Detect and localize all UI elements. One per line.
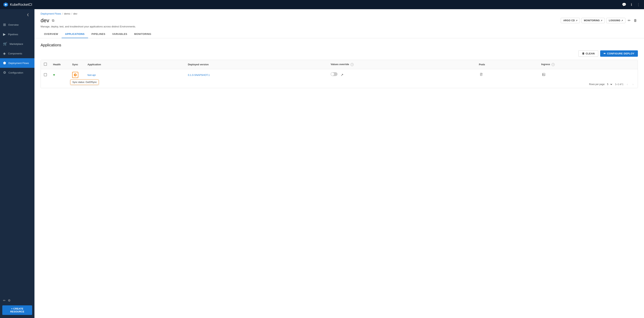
breadcrumb-dev: dev [73,12,77,15]
th-values-override: Values override i [328,60,476,69]
tabs: OVERVIEW APPLICATIONS PIPELINES VARIABLE… [40,30,638,38]
values-override-link-btn[interactable]: ↗ [340,72,344,78]
breadcrumb-sep-2: / [72,12,72,15]
page-title-actions: ARGO CD ↗ MONITORING ↗ LOGGING ↗ ✏ [561,18,638,23]
sidebar-item-label-deployment-flows: Deployment Flows [8,62,29,65]
argo-cd-btn[interactable]: ARGO CD ↗ [561,18,580,23]
breadcrumb: Deployment Flows / demo / dev [40,12,638,15]
th-deployed-version: Deployed version [185,60,328,69]
page-description: Manage, deploy, test, and troubleshoot y… [40,25,638,28]
th-checkbox [41,60,50,69]
sidebar-item-pipelines[interactable]: ▶ Pipelines [0,30,34,39]
sidebar-item-deployment-flows[interactable]: ⬟ Deployment Flows [0,58,34,68]
sidebar-settings-btn[interactable]: ⚙ [8,299,10,302]
main-content: Deployment Flows / demo / dev dev ⧉ ARGO… [34,9,644,318]
more-icon: ⋮ [637,3,640,7]
settings-icon: ⚙ [8,299,10,302]
more-icon-btn[interactable]: ⋮ [636,2,641,8]
edit-page-icon: ✏ [628,19,630,23]
tab-variables[interactable]: VARIABLES [109,30,131,38]
monitoring-btn[interactable]: MONITORING ↗ [582,18,605,23]
pods-doc-btn[interactable] [479,72,484,78]
select-all-checkbox[interactable] [44,63,47,66]
tab-overview[interactable]: OVERVIEW [40,30,62,38]
clean-btn[interactable]: 🗑 CLEAN [578,50,598,57]
monitoring-ext-icon: ↗ [600,19,602,22]
sidebar-item-label-pipelines: Pipelines [8,33,18,36]
td-health: ♥ [50,69,69,81]
app-title: KubeRocketCI [10,3,32,7]
applications-section-title: Applications [40,43,638,47]
applications-table-container: Health Sync Application Deployed version [40,60,638,88]
health-heart-icon: ♥ [53,73,55,77]
chat-icon-btn[interactable]: 💬 [621,2,627,8]
tab-monitoring[interactable]: MONITORING [131,30,155,38]
sidebar-item-label-overview: Overview [8,23,18,26]
pagination-row: Rows per page: 5 10 25 1–1 of 1 ‹ › [41,81,638,88]
pipelines-icon: ▶ [3,32,6,36]
image-icon [542,73,546,76]
td-values-override: ↗ [328,69,476,81]
sidebar-edit-btn[interactable]: ✏ [3,299,6,302]
overview-icon: ⊞ [3,23,6,27]
sidebar-collapse-btn[interactable]: ❮ [24,11,32,19]
delete-page-icon: 🗑 [634,19,637,23]
ingress-img-btn[interactable] [541,72,546,78]
marketplace-icon: 🛒 [3,42,7,46]
edit-icon: ✏ [3,299,6,302]
svg-point-2 [5,4,6,5]
configure-deploy-label: CONFIGURE DEPLOY [607,52,634,55]
page-header: Deployment Flows / demo / dev dev ⧉ ARGO… [34,9,644,38]
prev-page-btn[interactable]: ‹ [626,82,629,86]
sidebar-item-label-marketplace: Marketplace [10,43,23,45]
td-sync: Sync status: OutOfSync [69,69,84,81]
sidebar-item-label-configuration: Configuration [8,71,23,74]
delete-page-btn[interactable]: 🗑 [633,18,638,23]
tab-pipelines[interactable]: PIPELINES [88,30,109,38]
breadcrumb-sep-1: / [62,12,63,15]
page-info: 1–1 of 1 [615,83,623,86]
sync-tooltip: Sync status: OutOfSync [70,80,99,85]
th-sync: Sync [69,60,84,69]
layout: ❮ ⊞ Overview ▶ Pipelines 🛒 Marketplace ◈… [0,9,644,318]
sidebar-item-configuration[interactable]: ⚙ Configuration [0,68,34,77]
configure-deploy-btn[interactable]: ✏ CONFIGURE DEPLOY [600,50,638,57]
breadcrumb-deployment-flows[interactable]: Deployment Flows [40,12,61,15]
sidebar-bottom: ✏ ⚙ [0,295,34,305]
deployed-version-link[interactable]: 0.1.0-SNAPSHOT.1 [188,74,210,76]
deployment-flows-icon: ⬟ [3,61,6,65]
th-pods: Pods [476,60,538,69]
sidebar-item-overview[interactable]: ⊞ Overview [0,20,34,30]
clean-label: CLEAN [586,52,594,55]
logging-btn[interactable]: LOGGING ↗ [606,18,626,23]
th-ingress: Ingress i [538,60,638,69]
action-row: 🗑 CLEAN ✏ CONFIGURE DEPLOY [40,50,638,57]
td-ingress [538,69,638,81]
copy-icon: ⧉ [52,19,54,23]
td-deployed-version: 0.1.0-SNAPSHOT.1 [185,69,328,81]
configuration-icon: ⚙ [3,71,6,75]
info-icon-btn[interactable]: ℹ [630,2,633,8]
create-resource-btn[interactable]: + CREATE RESOURCE [2,305,32,315]
next-page-btn[interactable]: › [631,82,634,86]
row-checkbox[interactable] [44,73,47,76]
sidebar-item-components[interactable]: ◈ Components [0,49,34,58]
values-override-info-icon[interactable]: i [350,63,354,66]
copy-title-btn[interactable]: ⧉ [51,18,55,23]
rows-per-page-select[interactable]: 5 10 25 [606,83,613,86]
configure-deploy-icon: ✏ [604,52,606,55]
info-icon: ℹ [631,3,632,7]
page-title-row: dev ⧉ ARGO CD ↗ MONITORING ↗ LOGG [40,18,638,24]
rows-per-page-label: Rows per page: [589,83,605,86]
rows-per-page: Rows per page: 5 10 25 [589,83,613,86]
top-nav-actions: 💬 ℹ ⋮ [621,2,641,8]
ingress-info-icon[interactable]: i [552,63,554,66]
sync-status-badge[interactable] [72,72,78,78]
tab-applications[interactable]: APPLICATIONS [62,30,88,38]
sync-badge-inner [74,74,76,76]
values-override-toggle[interactable] [330,72,338,76]
edit-page-btn[interactable]: ✏ [627,18,631,23]
app-link[interactable]: fast-api [88,74,96,76]
sidebar: ❮ ⊞ Overview ▶ Pipelines 🛒 Marketplace ◈… [0,9,34,318]
sidebar-item-marketplace[interactable]: 🛒 Marketplace [0,39,34,49]
